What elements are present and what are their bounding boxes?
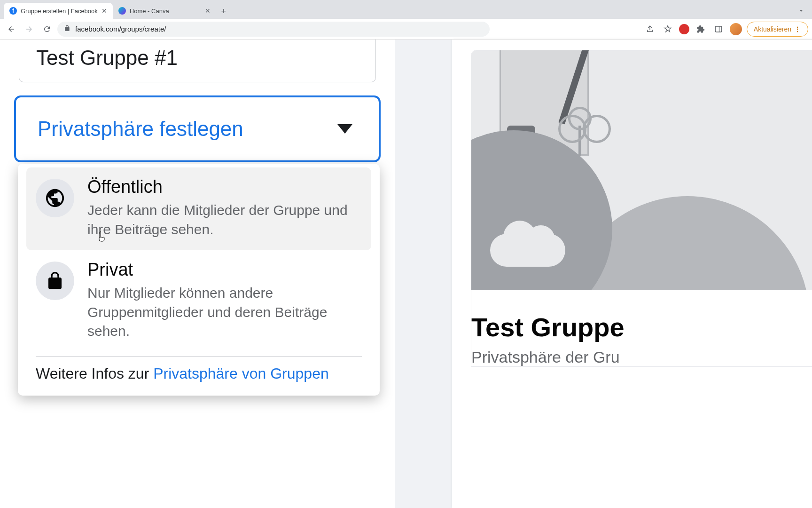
update-label: Aktualisieren	[754, 25, 791, 33]
group-name-value: Test Gruppe #1	[36, 46, 359, 70]
privacy-more-info: Weitere Infos zur Privatsphäre von Grupp…	[26, 365, 371, 387]
browser-toolbar: facebook.com/groups/create/ Aktualisiere…	[0, 19, 812, 40]
canva-icon	[118, 7, 126, 15]
preview-group-title: Test Gruppe	[471, 312, 812, 342]
reload-icon	[43, 25, 51, 33]
more-icon: ⋮	[794, 25, 801, 33]
chevron-down-icon	[337, 124, 352, 134]
option-title: Privat	[87, 260, 362, 280]
extensions-icon[interactable]	[694, 23, 707, 36]
option-desc: Jeder kann die Mitglieder der Gruppe und…	[87, 201, 362, 239]
lock-icon	[36, 262, 74, 300]
privacy-info-link[interactable]: Privatsphäre von Gruppen	[153, 365, 329, 382]
forward-button[interactable]	[22, 22, 37, 37]
tab-title: Home - Canva	[130, 8, 201, 15]
back-button[interactable]	[4, 22, 19, 37]
lock-icon	[64, 25, 70, 33]
cover-placeholder	[471, 50, 812, 290]
more-info-prefix: Weitere Infos zur	[36, 365, 153, 382]
privacy-dropdown: Öffentlich Jeder kann die Mitglieder der…	[18, 164, 380, 396]
tab-strip: f Gruppe erstellen | Facebook ✕ Home - C…	[0, 0, 812, 19]
divider	[36, 356, 362, 357]
share-icon[interactable]	[643, 23, 656, 36]
svg-rect-0	[715, 26, 722, 32]
sidepanel-icon[interactable]	[712, 23, 725, 36]
preview-group-subtitle: Privatsphäre der Gru	[471, 348, 812, 366]
page-content: Test Gruppe #1 Privatsphäre festlegen Öf…	[0, 40, 812, 508]
profile-avatar[interactable]	[730, 23, 742, 35]
extension-adblock-icon[interactable]	[679, 24, 689, 34]
chevron-down-icon	[798, 8, 804, 14]
new-tab-button[interactable]: +	[216, 4, 231, 19]
preview-card: Test Gruppe Privatsphäre der Gru	[471, 50, 812, 367]
option-desc: Nur Mitglieder können andere Gruppenmitg…	[87, 284, 362, 341]
close-icon[interactable]: ✕	[205, 7, 211, 15]
tabs-overflow[interactable]	[790, 3, 812, 19]
forward-icon	[25, 25, 33, 33]
privacy-select[interactable]: Privatsphäre festlegen	[14, 95, 381, 162]
globe-icon	[36, 179, 74, 217]
option-title: Öffentlich	[87, 177, 362, 197]
privacy-select-label: Privatsphäre festlegen	[38, 117, 243, 141]
bookmark-icon[interactable]	[661, 23, 674, 36]
update-button[interactable]: Aktualisieren ⋮	[747, 22, 808, 37]
reload-button[interactable]	[39, 22, 55, 37]
privacy-option-public[interactable]: Öffentlich Jeder kann die Mitglieder der…	[26, 167, 371, 250]
tab-canva[interactable]: Home - Canva ✕	[113, 3, 216, 19]
tab-title: Gruppe erstellen | Facebook	[21, 8, 98, 15]
group-name-input[interactable]: Test Gruppe #1	[19, 40, 376, 82]
create-group-form: Test Gruppe #1 Privatsphäre festlegen Öf…	[0, 40, 395, 508]
url-bar[interactable]: facebook.com/groups/create/	[57, 22, 490, 37]
gap	[395, 40, 452, 508]
url-text: facebook.com/groups/create/	[75, 25, 166, 33]
preview-panel: Test Gruppe Privatsphäre der Gru	[452, 40, 812, 508]
facebook-icon: f	[9, 7, 17, 15]
tab-facebook[interactable]: f Gruppe erstellen | Facebook ✕	[4, 3, 113, 19]
back-icon	[7, 25, 16, 33]
privacy-option-private[interactable]: Privat Nur Mitglieder können andere Grup…	[26, 250, 371, 352]
close-icon[interactable]: ✕	[102, 7, 107, 15]
